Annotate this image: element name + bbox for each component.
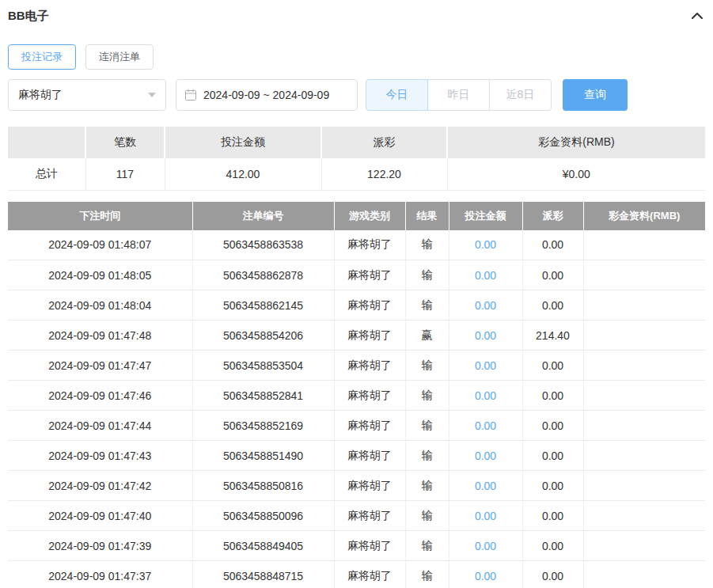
bet-amount-link[interactable]: 0.00	[475, 299, 496, 312]
bet-time-cell: 2024-09-09 01:47:39	[8, 531, 192, 561]
order-number-cell: 5063458862145	[192, 290, 334, 321]
bet-amount-link[interactable]: 0.00	[475, 570, 496, 582]
order-number-cell: 5063458852841	[192, 381, 334, 411]
order-number-cell: 5063458863538	[192, 230, 334, 260]
bonus-cell	[583, 441, 705, 471]
bet-amount-link[interactable]: 0.00	[475, 238, 496, 251]
table-row: 2024-09-09 01:47:40 5063458850096 麻将胡了 输…	[8, 501, 705, 531]
bonus-cell	[583, 561, 705, 588]
records-header-row: 下注时间 注单编号 游戏类别 结果 投注金额 派彩 彩金资料(RMB)	[8, 202, 705, 230]
game-type-cell: 麻将胡了	[334, 561, 405, 588]
bet-amount-cell: 0.00	[449, 290, 522, 321]
game-select[interactable]: 麻将胡了	[8, 79, 166, 111]
order-number-cell: 5063458862878	[192, 260, 334, 290]
records-header-order-no: 注单编号	[192, 202, 334, 230]
game-select-value: 麻将胡了	[18, 88, 63, 102]
summary-total-count: 117	[85, 158, 165, 190]
page-title: BB电子	[8, 9, 49, 24]
table-row: 2024-09-09 01:47:46 5063458852841 麻将胡了 输…	[8, 381, 705, 411]
result-cell: 输	[405, 471, 449, 501]
game-type-cell: 麻将胡了	[334, 411, 405, 441]
table-row: 2024-09-09 01:47:48 5063458854206 麻将胡了 赢…	[8, 321, 705, 351]
result-cell: 输	[405, 411, 449, 441]
bet-amount-link[interactable]: 0.00	[475, 419, 496, 432]
bet-amount-link[interactable]: 0.00	[475, 269, 496, 282]
order-number-cell: 5063458851490	[192, 441, 334, 471]
bonus-cell	[583, 411, 705, 441]
summary-header-row: 笔数 投注金额 派彩 彩金资料(RMB)	[8, 127, 705, 158]
result-cell: 输	[405, 290, 449, 321]
payout-cell: 0.00	[522, 471, 583, 501]
quick-button-today[interactable]: 今日	[366, 79, 428, 111]
bet-amount-cell: 0.00	[449, 230, 522, 260]
summary-total-bonus: ¥0.00	[447, 158, 705, 190]
records-header-game-type: 游戏类别	[334, 202, 405, 230]
bonus-cell	[583, 290, 705, 321]
bet-amount-link[interactable]: 0.00	[475, 480, 496, 492]
summary-total-bet-amount: 412.00	[165, 158, 321, 190]
bet-time-cell: 2024-09-09 01:47:42	[8, 471, 192, 501]
bet-amount-cell: 0.00	[449, 501, 522, 531]
records-header-bet-time: 下注时间	[8, 202, 192, 230]
order-number-cell: 5063458853504	[192, 351, 334, 381]
game-type-cell: 麻将胡了	[334, 441, 405, 471]
tab-chain-cancel-orders[interactable]: 连消注单	[85, 44, 154, 70]
payout-cell: 0.00	[522, 381, 583, 411]
result-cell: 输	[405, 230, 449, 260]
game-type-cell: 麻将胡了	[334, 501, 405, 531]
bonus-cell	[583, 501, 705, 531]
game-type-cell: 麻将胡了	[334, 381, 405, 411]
result-cell: 输	[405, 561, 449, 588]
table-row: 2024-09-09 01:47:47 5063458853504 麻将胡了 输…	[8, 351, 705, 381]
bet-amount-cell: 0.00	[449, 381, 522, 411]
order-number-cell: 5063458852169	[192, 411, 334, 441]
payout-cell: 214.40	[522, 321, 583, 351]
game-type-cell: 麻将胡了	[334, 290, 405, 321]
tab-bet-records[interactable]: 投注记录	[8, 44, 76, 70]
bet-amount-link[interactable]: 0.00	[475, 510, 496, 522]
quick-date-button-group: 今日 昨日 近8日	[366, 79, 552, 111]
order-number-cell: 5063458848715	[192, 561, 334, 588]
bet-amount-link[interactable]: 0.00	[475, 389, 496, 402]
bet-amount-cell: 0.00	[449, 561, 522, 588]
quick-button-yesterday[interactable]: 昨日	[427, 79, 490, 111]
payout-cell: 0.00	[522, 411, 583, 441]
bet-amount-link[interactable]: 0.00	[475, 329, 496, 342]
bet-amount-link[interactable]: 0.00	[475, 450, 496, 462]
bet-amount-cell: 0.00	[449, 321, 522, 351]
chevron-up-icon	[691, 11, 704, 23]
game-type-cell: 麻将胡了	[334, 351, 405, 381]
table-row: 2024-09-09 01:48:05 5063458862878 麻将胡了 输…	[8, 260, 705, 290]
result-cell: 输	[405, 260, 449, 290]
bet-amount-cell: 0.00	[449, 441, 522, 471]
bet-amount-link[interactable]: 0.00	[475, 359, 496, 372]
table-row: 2024-09-09 01:47:37 5063458848715 麻将胡了 输…	[8, 561, 705, 588]
bet-amount-link[interactable]: 0.00	[475, 540, 496, 552]
records-header-payout: 派彩	[522, 202, 583, 230]
bet-time-cell: 2024-09-09 01:47:48	[8, 321, 192, 351]
result-cell: 赢	[405, 321, 449, 351]
game-type-cell: 麻将胡了	[334, 471, 405, 501]
records-header-bonus: 彩金资料(RMB)	[583, 202, 705, 230]
bonus-cell	[583, 531, 705, 561]
table-row: 2024-09-09 01:47:44 5063458852169 麻将胡了 输…	[8, 411, 705, 441]
bet-amount-cell: 0.00	[449, 531, 522, 561]
quick-button-last-8-days[interactable]: 近8日	[489, 79, 552, 111]
result-cell: 输	[405, 381, 449, 411]
records-table: 下注时间 注单编号 游戏类别 结果 投注金额 派彩 彩金资料(RMB) 2024…	[8, 202, 705, 588]
payout-cell: 0.00	[522, 260, 583, 290]
payout-cell: 0.00	[522, 351, 583, 381]
date-range-input[interactable]: 2024-09-09 ~ 2024-09-09	[176, 79, 358, 111]
search-button[interactable]: 查询	[563, 79, 628, 111]
summary-header-bonus: 彩金资料(RMB)	[447, 127, 705, 158]
collapse-button[interactable]	[689, 9, 705, 22]
order-number-cell: 5063458854206	[192, 321, 334, 351]
bonus-cell	[583, 471, 705, 501]
payout-cell: 0.00	[522, 290, 583, 321]
summary-total-row: 总计 117 412.00 122.20 ¥0.00	[8, 158, 705, 190]
betting-records-panel: BB电子 投注记录 连消注单 麻将胡了 2024-09-09 ~ 2024-09…	[0, 0, 713, 588]
payout-cell: 0.00	[522, 531, 583, 561]
summary-total-label: 总计	[8, 158, 85, 190]
summary-total-payout: 122.20	[321, 158, 447, 190]
calendar-icon	[184, 89, 197, 101]
